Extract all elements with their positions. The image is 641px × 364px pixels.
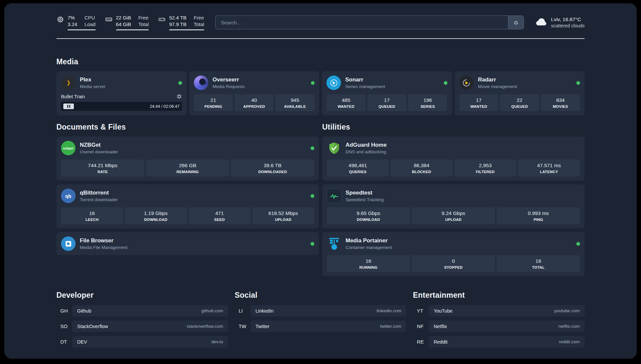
stat-value: 16 xyxy=(498,258,579,264)
system-values: 7%3.24 xyxy=(68,15,77,27)
bookmark-netflix[interactable]: NFNetflixnetflix.com xyxy=(413,320,585,332)
header-divider xyxy=(56,38,585,39)
bookmark-domain: reddit.com xyxy=(559,339,580,344)
stat-label: RUNNING xyxy=(328,265,409,269)
service-card-plex[interactable]: PlexMedia serverBullet Train24:44 / 02:0… xyxy=(56,71,187,115)
stat-value: 0 xyxy=(413,258,494,264)
status-dot xyxy=(178,81,182,85)
stat-label: SERIES xyxy=(410,105,446,108)
stat-value: 0.993 ms xyxy=(498,210,579,216)
stat-label: SEED xyxy=(190,218,249,222)
bookmark-reddit[interactable]: RERedditreddit.com xyxy=(413,336,585,348)
stat-label: REMAINING xyxy=(147,170,228,174)
stat-queued: 22QUEUED xyxy=(500,94,539,111)
stat-label: UPLOAD xyxy=(413,218,494,222)
bookmark-github[interactable]: GHGithubgithub.com xyxy=(56,305,228,317)
system-widget-free-total: 22 GiB64 GiBFreeTotal xyxy=(105,15,149,30)
stat-label: STOPPED xyxy=(413,265,494,269)
dashboard-content: 7%3.24CPULoad22 GiB64 GiBFreeTotal52.4 T… xyxy=(4,3,637,359)
service-title: Radarr xyxy=(478,76,517,83)
service-title: Plex xyxy=(80,76,106,83)
bookmark-domain: dev.to xyxy=(211,339,223,344)
stat-value: 16 xyxy=(62,210,122,216)
overseerr-icon xyxy=(194,76,208,90)
stat-label: QUERIES xyxy=(328,170,387,174)
usage-bar xyxy=(68,29,96,30)
stat-label: QUEUED xyxy=(501,105,538,108)
service-card-file-browser[interactable]: File BrowserMedia File Management xyxy=(56,232,319,255)
weather-text: Lviv, 16.87°C scattered clouds xyxy=(551,16,585,28)
playback-bar[interactable]: 24:44 / 02:06:47 xyxy=(61,102,182,111)
bookmark-stackoverflow[interactable]: SOStackOverflowstackoverflow.com xyxy=(56,320,228,332)
status-dot xyxy=(576,242,580,246)
service-subtitle: Movie management xyxy=(478,84,517,89)
bookmark-linkedin[interactable]: LILinkedInlinkedin.com xyxy=(235,305,407,317)
system-widget-cpu-load: 7%3.24CPULoad xyxy=(56,15,96,30)
stat-movies: 834MOVIES xyxy=(541,94,580,111)
stat-filtered: 2,953FILTERED xyxy=(454,160,516,176)
stat-value: 266 GB xyxy=(147,163,228,168)
bookmark-group-entertainment: EntertainmentYTYouTubeyoutube.comNFNetfl… xyxy=(413,291,585,351)
status-dot xyxy=(311,194,314,198)
filebrowser-icon xyxy=(61,236,76,251)
bookmark-domain: twitter.com xyxy=(380,324,402,329)
stat-label: DOWNLOAD xyxy=(328,218,409,222)
stat-upload: 618.52 MbpsUPLOAD xyxy=(252,207,314,224)
service-card-qbittorrent[interactable]: qbqBittorrentTorrent downloader16LEECH1.… xyxy=(56,184,319,228)
bookmark-twitter[interactable]: TWTwittertwitter.com xyxy=(235,320,407,332)
search-provider-button[interactable]: G xyxy=(508,16,524,29)
gear-icon[interactable] xyxy=(176,94,182,99)
stat-value: 196 xyxy=(410,97,446,103)
stat-latency: 47.571 msLATENCY xyxy=(518,160,580,176)
documents-cards: nzbgetNZBGetUsenet downloader744.21 Mbps… xyxy=(56,136,319,255)
stat-value: 16 xyxy=(328,258,409,264)
status-dot xyxy=(311,242,314,246)
service-card-radarr[interactable]: RadarrMovie management17WANTED22QUEUED83… xyxy=(455,71,585,115)
service-card-sonarr[interactable]: SonarrSeries management485WANTED17QUEUED… xyxy=(322,71,452,115)
stat-label: QUEUED xyxy=(369,105,405,108)
stat-value: 9.65 Gbps xyxy=(328,210,409,216)
stat-queued: 17QUEUED xyxy=(367,94,407,111)
stat-value: 86,384 xyxy=(392,163,451,168)
bookmark-youtube[interactable]: YTYouTubeyoutube.com xyxy=(413,305,585,317)
media-cards: PlexMedia serverBullet Train24:44 / 02:0… xyxy=(56,71,585,115)
stat-label: WANTED xyxy=(328,105,364,108)
section-title-media: Media xyxy=(56,57,585,66)
pause-button[interactable] xyxy=(63,104,74,109)
service-subtitle: Media Requests xyxy=(213,84,245,89)
bookmark-group-developer: DeveloperGHGithubgithub.comSOStackOverfl… xyxy=(56,291,228,351)
portainer-icon xyxy=(327,236,341,251)
service-card-adguard-home[interactable]: AdGuard HomeDNS and adblocking498,461QUE… xyxy=(322,136,585,181)
usage-bar xyxy=(169,29,204,30)
utilities-section: Utilities AdGuard HomeDNS and adblocking… xyxy=(322,123,585,276)
service-subtitle: Speedtest Tracking xyxy=(346,197,384,202)
bookmark-name: LinkedIn xyxy=(256,308,274,314)
service-card-overseerr[interactable]: OverseerrMedia Requests21PENDING40APPROV… xyxy=(189,71,320,115)
service-title: AdGuard Home xyxy=(346,142,387,148)
usage-bar xyxy=(116,29,149,30)
stat-available: 945AVAILABLE xyxy=(275,94,315,111)
bookmark-name: Netflix xyxy=(434,324,447,329)
stat-label: PING xyxy=(498,218,579,222)
bookmark-name: StackOverflow xyxy=(77,324,108,329)
stat-value: 17 xyxy=(461,97,497,103)
stat-label: LATENCY xyxy=(519,170,579,174)
system-labels: FreeTotal xyxy=(194,15,204,27)
bookmark-abbr: NF xyxy=(413,323,429,329)
bookmark-domain: youtube.com xyxy=(554,308,580,313)
stat-downloaded: 39.6 TBDOWNLOADED xyxy=(231,160,314,176)
service-card-nzbget[interactable]: nzbgetNZBGetUsenet downloader744.21 Mbps… xyxy=(56,136,319,181)
service-card-speedtest[interactable]: SpeedtestSpeedtest Tracking9.65 GbpsDOWN… xyxy=(322,184,585,228)
utilities-cards: AdGuard HomeDNS and adblocking498,461QUE… xyxy=(322,136,585,276)
service-title: NZBGet xyxy=(80,142,118,148)
service-subtitle: Container management xyxy=(346,245,392,250)
service-card-media-portainer[interactable]: Media PortainerContainer management16RUN… xyxy=(322,232,585,276)
bookmark-groups: DeveloperGHGithubgithub.comSOStackOverfl… xyxy=(56,291,585,351)
stat-stopped: 0STOPPED xyxy=(412,255,495,272)
stat-download: 1.19 GbpsDOWNLOAD xyxy=(125,207,187,224)
bookmark-dev[interactable]: DTDEVdev.to xyxy=(56,336,228,348)
stat-blocked: 86,384BLOCKED xyxy=(390,160,452,176)
bookmark-abbr: TW xyxy=(235,323,251,329)
search-input[interactable] xyxy=(216,16,508,29)
stat-upload: 9.24 GbpsUPLOAD xyxy=(412,207,495,224)
